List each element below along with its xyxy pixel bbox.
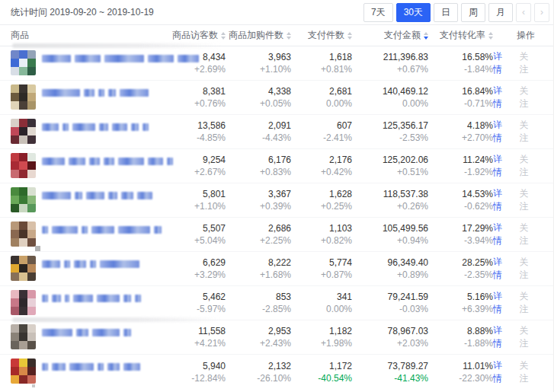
product-name-redacted[interactable] [42,260,139,268]
product-thumbnail[interactable] [11,256,36,281]
product-name-redacted[interactable] [42,329,131,336]
conversion-rate-cell: 11.01% -22.30% [428,360,493,384]
product-thumbnail[interactable] [11,221,36,247]
product-thumbnail[interactable] [11,187,36,212]
visitors-value: 8,381 [203,85,226,97]
follow-link[interactable]: 关注 [520,221,536,247]
product-thumbnail[interactable] [11,50,36,75]
detail-link[interactable]: 详情 [493,256,509,282]
payment-amount-change: 0.00% [402,97,428,110]
product-name-redacted[interactable] [42,226,162,234]
visitors-change: -5.97% [197,303,226,315]
range-button-月[interactable]: 月 [488,3,513,22]
paid-items-value: 1,618 [329,51,352,63]
add-to-cart-change: +0.83% [260,166,291,178]
conversion-rate-cell: 14.53% -0.62% [428,188,493,212]
paid-items-cell: 1,172 -40.54% [291,360,352,384]
visitors-cell: 5,462 -5.97% [166,291,226,315]
visitors-cell: 5,801 +1.10% [166,188,226,212]
table-row: 11,558 +4.21% 2,953 +2.43% 1,182 +1.98% … [0,320,553,355]
paid-items-cell: 1,182 +1.98% [291,325,352,349]
visitors-cell: 6,629 +3.29% [166,257,226,281]
payment-amount-cell: 73,789.27 -41.43% [352,360,428,384]
detail-link[interactable]: 详情 [493,50,509,76]
payment-amount-cell: 125,202.06 +0.51% [352,154,428,178]
actions-cell: 详情 关注 [493,119,554,145]
paid-items-value: 607 [337,120,352,132]
product-cell [0,252,166,286]
visitors-change: +3.29% [194,269,226,281]
range-button-日[interactable]: 日 [434,3,458,22]
visitors-change: +1.10% [194,200,226,212]
detail-link[interactable]: 详情 [493,324,509,350]
detail-link[interactable]: 详情 [493,84,509,110]
detail-link[interactable]: 详情 [493,187,509,213]
date-range-controls: 7天30天日周月 ‹ › [360,3,549,22]
follow-link[interactable]: 关注 [520,256,536,282]
paid-items-cell: 607 -2.41% [291,120,352,144]
column-header-2[interactable]: 商品加购件数 [226,29,291,42]
payment-amount-cell: 105,499.56 +0.94% [352,222,428,247]
visitors-value: 5,507 [203,222,226,234]
conversion-rate-change: +6.39% [462,303,493,315]
column-label: 商品加购件数 [229,29,283,42]
paid-items-change: 0.00% [326,97,352,110]
product-name-redacted[interactable] [42,192,152,199]
follow-link[interactable]: 关注 [520,84,536,110]
paid-items-change: +1.98% [321,337,352,349]
follow-link[interactable]: 关注 [520,50,536,76]
product-name-redacted[interactable] [42,55,199,62]
add-to-cart-value: 8,222 [268,257,291,269]
column-label: 操作 [517,29,535,42]
paid-items-cell: 341 0.00% [291,291,352,315]
paid-items-value: 1,103 [329,222,352,234]
detail-link[interactable]: 详情 [493,359,509,385]
follow-link[interactable]: 关注 [520,187,536,213]
prev-page-button[interactable]: ‹ [516,3,531,22]
product-thumbnail[interactable] [11,153,36,178]
product-name-redacted[interactable] [42,158,173,165]
visitors-value: 9,254 [203,154,226,166]
next-page-button[interactable]: › [534,3,549,22]
follow-link[interactable]: 关注 [520,119,536,145]
column-header-1[interactable]: 商品访客数 [166,29,226,42]
follow-link[interactable]: 关注 [520,153,536,179]
product-cell [0,46,166,81]
range-button-7天[interactable]: 7天 [363,3,393,22]
payment-amount-value: 125,356.17 [383,120,428,132]
product-thumbnail[interactable] [11,324,36,349]
product-name-redacted[interactable] [42,123,149,131]
product-thumbnail[interactable] [11,119,36,144]
detail-link[interactable]: 详情 [493,221,509,247]
visitors-change: +2.69% [194,63,226,75]
detail-link[interactable]: 详情 [493,290,509,316]
add-to-cart-cell: 2,091 -4.43% [226,120,291,144]
conversion-rate-change: -2.35% [464,269,493,281]
product-name-redacted[interactable] [42,295,141,302]
paid-items-cell: 1,618 +0.81% [291,51,352,75]
product-thumbnail[interactable] [11,290,36,315]
detail-link[interactable]: 详情 [493,153,509,179]
visitors-change: -12.84% [191,372,226,384]
add-to-cart-cell: 4,338 +0.05% [226,85,291,110]
conversion-rate-change: -0.71% [464,97,493,110]
column-header-4[interactable]: 支付金额 [352,29,428,42]
add-to-cart-value: 4,338 [268,85,291,97]
follow-link[interactable]: 关注 [520,359,536,385]
conversion-rate-cell: 16.84% -0.71% [428,85,493,110]
add-to-cart-cell: 2,132 -26.10% [226,360,291,384]
column-header-5[interactable]: 支付转化率 [428,29,493,42]
range-button-周[interactable]: 周 [461,3,485,22]
blur-mark [35,246,40,251]
column-header-3[interactable]: 支付件数 [291,29,352,42]
actions-cell: 详情 关注 [493,256,554,282]
conversion-rate-change: -22.30% [459,372,493,384]
detail-link[interactable]: 详情 [493,119,509,145]
product-name-redacted[interactable] [42,363,140,371]
product-thumbnail[interactable] [11,359,36,384]
range-button-30天[interactable]: 30天 [396,3,431,22]
product-name-redacted[interactable] [42,89,149,97]
product-thumbnail[interactable] [11,84,36,110]
follow-link[interactable]: 关注 [520,324,536,350]
follow-link[interactable]: 关注 [520,290,536,316]
